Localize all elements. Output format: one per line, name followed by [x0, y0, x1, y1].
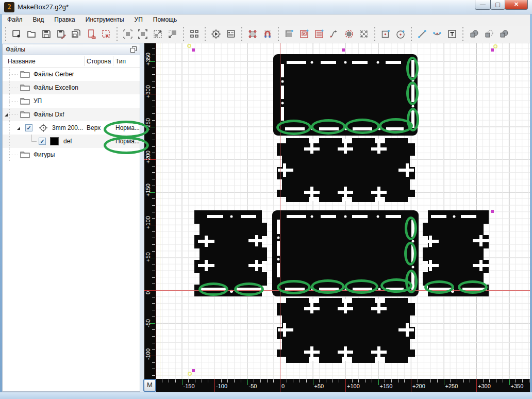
import-file-icon: [86, 29, 96, 39]
curve-edit-button[interactable]: [326, 27, 341, 41]
black-swatch[interactable]: [50, 137, 59, 145]
toolbar-separator[interactable]: [181, 27, 185, 41]
tree-row-Файлы-Dxf[interactable]: Файлы Dxf: [3, 108, 140, 121]
expand-toggle[interactable]: [16, 125, 21, 130]
toolbar-separator[interactable]: [409, 27, 413, 41]
toolbar-separator[interactable]: [4, 27, 7, 41]
dxf-part-bottom[interactable]: [272, 210, 419, 296]
run-settings-button[interactable]: [208, 27, 223, 41]
open-file-button[interactable]: [24, 27, 39, 41]
select-shape-button[interactable]: [245, 27, 260, 41]
ruler-tick: [152, 297, 155, 297]
horizontal-ruler[interactable]: -150-100-500+50+100+150+200+250+300+350: [156, 379, 530, 392]
menu-item-6[interactable]: Помощь: [148, 15, 182, 24]
drill-circle-button[interactable]: [341, 27, 356, 41]
float-panel-icon[interactable]: [130, 46, 137, 53]
zoom-out-button[interactable]: [150, 27, 165, 41]
arc-tool-button[interactable]: [429, 27, 444, 41]
zoom-in-button[interactable]: [165, 27, 180, 41]
expand-toggle[interactable]: [4, 112, 9, 117]
snap-magnet-button[interactable]: [260, 27, 275, 41]
tree-row-3mm-200-[interactable]: ✓3mm 200...ВерхНорма...: [3, 121, 140, 135]
toolbar-separator[interactable]: [203, 27, 207, 41]
toolbar-separator[interactable]: [373, 27, 376, 41]
tree-row-УП[interactable]: УП: [3, 94, 140, 108]
sublayer-type-value[interactable]: Норма...: [115, 138, 140, 145]
tree-item-label[interactable]: УП: [34, 97, 42, 105]
points-array-button[interactable]: [356, 27, 371, 41]
drawing-canvas[interactable]: [156, 43, 530, 379]
text-tool-button[interactable]: [444, 27, 459, 41]
maximize-button[interactable]: ▢: [490, 0, 505, 10]
vertical-ruler[interactable]: +350+300+250+200+150+100+500-50-100: [144, 43, 156, 379]
rect-tool-button[interactable]: [378, 27, 393, 41]
tree-item-label[interactable]: Файлы Excellon: [34, 84, 78, 91]
dxf-part-back-wall[interactable]: [277, 138, 415, 202]
minimize-button[interactable]: —: [475, 0, 491, 10]
tree-row-def[interactable]: ✓defНорма...: [3, 135, 140, 148]
units-mm-button[interactable]: M: [143, 379, 156, 392]
title-bar[interactable]: 2 MakeBox27.g2g* —▢✕: [0, 0, 532, 14]
pocket-hatch-button[interactable]: [311, 27, 326, 41]
menu-item-3[interactable]: Правка: [49, 15, 80, 24]
save-file-button[interactable]: [39, 27, 54, 41]
dxf-part-right-wall[interactable]: [422, 210, 489, 296]
menu-item-2[interactable]: Вид: [28, 15, 49, 24]
line-tool-button[interactable]: [414, 27, 429, 41]
tree-row-Файлы-Gerber[interactable]: Файлы Gerber: [3, 68, 140, 81]
column-type[interactable]: Тип: [115, 58, 126, 65]
save-as-button[interactable]: [54, 27, 69, 41]
toolbar-separator[interactable]: [115, 27, 119, 41]
layer-label[interactable]: 3mm 200...: [52, 124, 83, 131]
layer-visibility-checkbox[interactable]: ✓: [25, 124, 32, 131]
ruler-hundred-line: [214, 379, 215, 392]
bool-intersect-button[interactable]: [496, 27, 511, 41]
pocket-spiral-button[interactable]: [296, 27, 311, 41]
files-panel-header[interactable]: Файлы: [3, 44, 140, 55]
ruler-tick: [152, 336, 155, 337]
dxf-part-lid[interactable]: [273, 54, 418, 136]
ruler-tick: [152, 120, 155, 121]
dxf-part-left-wall[interactable]: [194, 210, 267, 296]
toolbar-separator[interactable]: [240, 27, 243, 41]
save-all-button[interactable]: [69, 27, 84, 41]
sublayer-visibility-checkbox[interactable]: ✓: [39, 138, 46, 145]
ruler-tick: [152, 284, 155, 284]
tree-row-Фигуры[interactable]: Фигуры: [3, 148, 140, 161]
folder-icon: [20, 84, 30, 93]
ruler-tick: [152, 68, 155, 68]
zoom-fit-button[interactable]: [120, 27, 135, 41]
ruler-tick: [378, 379, 379, 385]
new-file-button[interactable]: [9, 27, 24, 41]
ruler-tick: [182, 379, 182, 385]
menu-item-1[interactable]: Файл: [2, 15, 28, 24]
ruler-tick: [516, 379, 516, 383]
v-ruler-label: +50: [145, 245, 151, 262]
import-file-button[interactable]: [84, 27, 98, 41]
toolbar-separator[interactable]: [461, 27, 464, 41]
menu-item-4[interactable]: Инструменты: [80, 15, 129, 24]
close-file-button[interactable]: [98, 27, 113, 41]
bool-subtract-button[interactable]: [481, 27, 496, 41]
tree-row-Файлы-Excellon[interactable]: Файлы Excellon: [3, 81, 140, 94]
bool-union-button[interactable]: [466, 27, 481, 41]
tree-item-label[interactable]: Файлы Dxf: [34, 111, 64, 118]
ruler-tick: [162, 379, 162, 383]
layer-type-value[interactable]: Норма...: [115, 124, 140, 131]
contour-corner-button[interactable]: [281, 27, 296, 41]
tree-item-label[interactable]: Фигуры: [34, 151, 55, 158]
ruler-tick: [424, 379, 424, 383]
column-side[interactable]: Сторона: [87, 58, 111, 65]
toolbar-separator[interactable]: [276, 27, 280, 41]
close-button[interactable]: ✕: [505, 0, 528, 10]
arrange-tiles-button[interactable]: [187, 27, 202, 41]
column-name[interactable]: Название: [8, 58, 36, 65]
project-form-button[interactable]: [223, 27, 238, 41]
menu-item-5[interactable]: УП: [129, 15, 148, 24]
zoom-selected-button[interactable]: [135, 27, 150, 41]
sublayer-label[interactable]: def: [63, 138, 72, 145]
dxf-part-front-wall[interactable]: [277, 298, 415, 363]
layer-side-value[interactable]: Верх: [87, 124, 101, 131]
circle-tool-button[interactable]: [393, 27, 408, 41]
tree-item-label[interactable]: Файлы Gerber: [34, 71, 74, 78]
